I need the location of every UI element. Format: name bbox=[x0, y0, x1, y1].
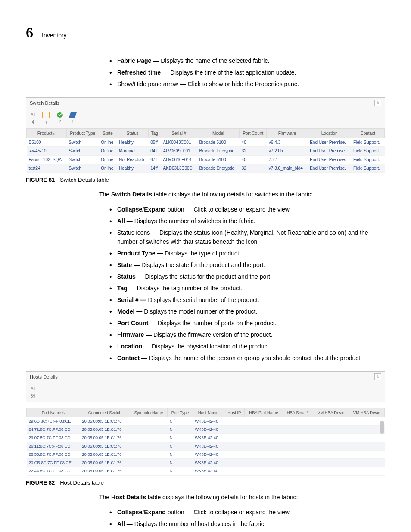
col-hostip[interactable]: Host IP bbox=[224, 408, 245, 417]
hosts-details-intro: The Host Details table displays the foll… bbox=[99, 493, 385, 502]
marginal-icon bbox=[42, 112, 50, 118]
list-item: Show/Hide pane arrow — Click to show or … bbox=[109, 80, 385, 89]
table-row[interactable]: 22:44:8C:7C:FF:08:CD20:05:00:05:1E:C1:76… bbox=[27, 467, 385, 475]
list-item: Firmware — Displays the firmware version… bbox=[109, 330, 385, 339]
col-connswitch[interactable]: Connected Switch bbox=[80, 408, 130, 417]
intro-list: Fabric Page — Displays the name of the s… bbox=[109, 56, 385, 89]
list-item: Collapse/Expand button — Click to collap… bbox=[109, 508, 385, 517]
col-porttype[interactable]: Port Type bbox=[168, 408, 193, 417]
col-status[interactable]: Status bbox=[117, 128, 148, 138]
table-row[interactable]: 20:CB:8C:7C:FF:08:CE20:05:00:05:1E:C1:76… bbox=[27, 459, 385, 467]
col-hbaport[interactable]: HBA Port Name bbox=[245, 408, 283, 417]
chapter-number: 6 bbox=[26, 22, 33, 44]
chapter-title: Inventory bbox=[42, 31, 67, 40]
healthy-icon bbox=[57, 112, 63, 118]
switch-details-list: Collapse/Expand button — Click to collap… bbox=[109, 205, 385, 363]
list-item: Location — Displays the physical locatio… bbox=[109, 342, 385, 351]
col-hostname[interactable]: Host Name bbox=[193, 408, 224, 417]
table-row[interactable]: B5100SwitchOnlineHealthy05ffALK0343C001B… bbox=[27, 138, 385, 146]
col-contact[interactable]: Contact bbox=[351, 128, 385, 138]
unreachable-icon bbox=[69, 112, 77, 118]
table-row[interactable]: 29:07:8C:7C:FF:08:CD20:05:00:05:1E:C1:76… bbox=[27, 434, 385, 442]
status-healthy[interactable]: 2 bbox=[57, 112, 63, 125]
hosts-details-list: Collapse/Expand button — Click to collap… bbox=[109, 508, 385, 532]
list-item: Refreshed time — Displays the time of th… bbox=[109, 68, 385, 77]
col-state[interactable]: State bbox=[99, 128, 117, 138]
col-location[interactable]: Location bbox=[308, 128, 351, 138]
col-hbaserial[interactable]: HBA Serial# bbox=[283, 408, 313, 417]
list-item: All — Displays the number of switches in… bbox=[109, 217, 385, 226]
col-portcount[interactable]: Port Count bbox=[240, 128, 267, 138]
collapse-expand-icon[interactable]: ⇕ bbox=[374, 373, 381, 380]
table-row[interactable]: 29:6D:8C:7C:FF:08:CE20:05:00:05:1E:C1:76… bbox=[27, 417, 385, 425]
col-tag[interactable]: Tag bbox=[148, 128, 161, 138]
switch-table: Product◇ Product Type State Status Tag S… bbox=[26, 128, 385, 173]
list-item: All — Displays the number of host device… bbox=[109, 520, 385, 529]
status-all[interactable]: All 4 bbox=[31, 112, 35, 125]
table-row[interactable]: 28:55:8C:7C:FF:08:CD20:05:00:05:1E:C1:76… bbox=[27, 450, 385, 458]
col-vmhba2[interactable]: VM HBA Devic bbox=[349, 408, 384, 417]
status-row: All 4 1 2 1 bbox=[26, 109, 385, 128]
page-header: 6 Inventory bbox=[26, 22, 385, 44]
list-item: State — Displays the state for the produ… bbox=[109, 261, 385, 270]
list-item: Status icons — Displays the status icon … bbox=[109, 228, 385, 246]
list-item: Port Count — Displays the number of port… bbox=[109, 319, 385, 328]
table-row[interactable]: 26:11:8C:7C:FF:08:CD20:05:00:05:1E:C1:76… bbox=[27, 442, 385, 450]
switch-details-panel: Switch Details ⇕ All 4 1 2 1 Product◇ Pr… bbox=[26, 97, 385, 173]
col-serial[interactable]: Serial # bbox=[161, 128, 197, 138]
status-all[interactable]: All 39 bbox=[31, 386, 35, 399]
list-item: Serial # — Displays the serial number of… bbox=[109, 296, 385, 305]
col-model[interactable]: Model bbox=[197, 128, 239, 138]
list-item: Product Type — Displays the type of prod… bbox=[109, 249, 385, 258]
list-item: Status — Displays the status for the pro… bbox=[109, 272, 385, 281]
col-ptype[interactable]: Product Type bbox=[66, 128, 99, 138]
status-marginal[interactable]: 1 bbox=[42, 112, 50, 126]
list-item: Fabric Page — Displays the name of the s… bbox=[109, 56, 385, 65]
col-portname[interactable]: Port Name◇ bbox=[27, 408, 80, 417]
panel-title-text: Switch Details bbox=[30, 100, 59, 107]
figure-81-caption: FIGURE 81Switch Details table bbox=[26, 176, 385, 184]
figure-82-caption: FIGURE 82Host Details table bbox=[26, 479, 385, 487]
col-product[interactable]: Product◇ bbox=[27, 128, 67, 138]
hosts-details-panel: Hosts Details ⇕ All 39 Port Name◇ Connec… bbox=[26, 371, 385, 476]
list-item: Contact — Displays the name of the perso… bbox=[109, 354, 385, 363]
status-unreachable[interactable]: 1 bbox=[70, 112, 76, 125]
list-item: Model — Displays the model number of the… bbox=[109, 307, 385, 316]
table-row[interactable]: sw-45-10SwitchOnlineMarginal04ffALV0609F… bbox=[27, 146, 385, 155]
hosts-table: Port Name◇ Connected Switch Symbolic Nam… bbox=[26, 408, 385, 476]
collapse-expand-icon[interactable]: ⇕ bbox=[374, 100, 381, 106]
table-row[interactable]: test24SwitchOnlineHealthy14ffAKD0313D00D… bbox=[27, 164, 385, 172]
list-item: Collapse/Expand button — Click to collap… bbox=[109, 205, 385, 214]
table-row[interactable]: 24:72:8C:7C:FF:08:CD20:05:00:05:1E:C1:76… bbox=[27, 426, 385, 434]
col-symname[interactable]: Symbolic Name bbox=[130, 408, 168, 417]
col-vmhba1[interactable]: VM HBA Devic bbox=[313, 408, 349, 417]
status-row: All 39 bbox=[26, 383, 385, 402]
switch-details-intro: The Switch Details table displays the fo… bbox=[99, 190, 385, 199]
scrollbar[interactable] bbox=[380, 394, 384, 475]
table-row[interactable]: Fabric_102_SQASwitchOnlineNot Reachab67f… bbox=[27, 155, 385, 164]
col-firmware[interactable]: Firmware bbox=[267, 128, 308, 138]
panel-title-text: Hosts Details bbox=[30, 373, 58, 381]
list-item: Tag — Displays the tag number of the pro… bbox=[109, 284, 385, 293]
